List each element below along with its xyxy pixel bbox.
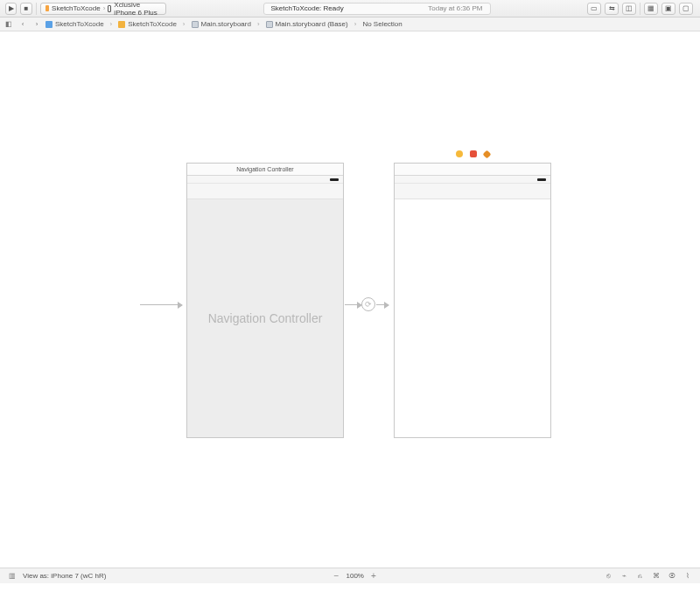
- device-icon: [108, 5, 111, 12]
- toggle-navigator-button[interactable]: ▦: [644, 3, 658, 15]
- root-segue-icon[interactable]: ⟳: [361, 297, 375, 311]
- pin-button[interactable]: ⎌: [635, 571, 646, 582]
- main-toolbar: ▶ ■ SketchToXcode › Xclusive iPhone 6 Pl…: [0, 0, 700, 17]
- forward-button[interactable]: ›: [32, 19, 42, 30]
- back-button[interactable]: ‹: [18, 19, 28, 30]
- folder-icon: [118, 21, 125, 28]
- dock-exit-icon[interactable]: [482, 150, 491, 158]
- scheme-name: SketchToXcode: [52, 4, 101, 12]
- root-segue-arrow-left[interactable]: [345, 304, 361, 305]
- breadcrumb-separator: [108, 20, 116, 28]
- status-time: Today at 6:36 PM: [428, 4, 482, 12]
- zoom-level[interactable]: 100%: [346, 572, 363, 580]
- scene-title: Navigation Controller: [236, 166, 293, 172]
- activity-status: SketchToXcode: Ready Today at 6:36 PM: [263, 3, 491, 15]
- scene-body: Navigation Controller: [187, 199, 343, 437]
- run-button[interactable]: ▶: [5, 3, 17, 15]
- storyboard-canvas[interactable]: Navigation Controller Navigation Control…: [0, 31, 700, 583]
- breadcrumb-separator: [352, 20, 360, 28]
- dock-vc-icon[interactable]: [456, 150, 463, 157]
- breadcrumb-file-base[interactable]: Main.storyboard (Base): [266, 20, 348, 28]
- status-state: Ready: [324, 4, 344, 12]
- status-product: SketchToXcode:: [271, 4, 322, 12]
- breadcrumb-folder[interactable]: SketchToXcode: [118, 20, 177, 28]
- scene-nav-bar[interactable]: [187, 184, 343, 199]
- storyboard-icon: [192, 21, 199, 28]
- scene-title-bar[interactable]: Navigation Controller: [187, 164, 343, 176]
- breadcrumb-selection[interactable]: No Selection: [362, 20, 402, 28]
- embed-button[interactable]: ⎋: [604, 571, 614, 582]
- update-frames-button[interactable]: ⦿: [667, 571, 677, 582]
- resolve-issues-button[interactable]: ⌘: [651, 571, 662, 582]
- scene-navigation-controller[interactable]: Navigation Controller Navigation Control…: [186, 163, 344, 438]
- scene-title-bar[interactable]: [395, 164, 550, 176]
- app-icon: [46, 5, 50, 11]
- toolbar-separator: [36, 3, 37, 15]
- nav-controller-label: Navigation Controller: [208, 311, 323, 325]
- editor-version-button[interactable]: ◫: [622, 3, 636, 15]
- scene-body[interactable]: [395, 199, 550, 437]
- align-button[interactable]: ⌁: [620, 571, 630, 582]
- breadcrumb-project[interactable]: SketchToXcode: [46, 20, 104, 28]
- editor-standard-button[interactable]: ▭: [587, 3, 601, 15]
- breadcrumb-file[interactable]: Main.storyboard: [192, 20, 251, 28]
- outline-toggle-button[interactable]: ▥: [7, 571, 18, 582]
- canvas-bottom-bar: ▥ View as: iPhone 7 (wC hR) − 100% + ⎋ ⌁…: [0, 568, 700, 583]
- toolbar-separator: [640, 3, 640, 15]
- zoom-out-button[interactable]: −: [330, 571, 342, 581]
- battery-icon: [330, 178, 339, 181]
- scene-nav-bar[interactable]: [395, 184, 550, 199]
- scene-dock: [394, 150, 551, 157]
- project-icon: [46, 21, 52, 28]
- related-items-button[interactable]: ◧: [4, 19, 14, 30]
- breadcrumb-separator: [255, 20, 262, 28]
- battery-icon: [537, 178, 546, 181]
- breadcrumb-separator: [180, 20, 188, 28]
- root-segue-arrow-right[interactable]: [376, 304, 388, 305]
- jump-bar: ◧ ‹ › SketchToXcode SketchToXcode Main.s…: [0, 17, 700, 31]
- zoom-in-button[interactable]: +: [368, 571, 380, 581]
- scheme-device: Xclusive iPhone 6 Plus: [114, 1, 161, 17]
- toggle-debug-button[interactable]: ▣: [662, 3, 676, 15]
- storyboard-icon: [266, 21, 273, 28]
- scheme-selector[interactable]: SketchToXcode › Xclusive iPhone 6 Plus: [40, 3, 167, 15]
- stack-button[interactable]: ⌇: [682, 571, 693, 582]
- scene-view-controller[interactable]: [394, 163, 551, 438]
- stop-button[interactable]: ■: [20, 3, 32, 15]
- dock-first-responder-icon[interactable]: [470, 150, 477, 157]
- scene-status-bar: [187, 176, 343, 184]
- editor-assistant-button[interactable]: ⇆: [605, 3, 619, 15]
- initial-vc-arrow[interactable]: [140, 304, 182, 305]
- toggle-utilities-button[interactable]: ▢: [679, 3, 693, 15]
- scene-status-bar: [395, 176, 550, 184]
- view-as-label[interactable]: View as: iPhone 7 (wC hR): [23, 572, 106, 580]
